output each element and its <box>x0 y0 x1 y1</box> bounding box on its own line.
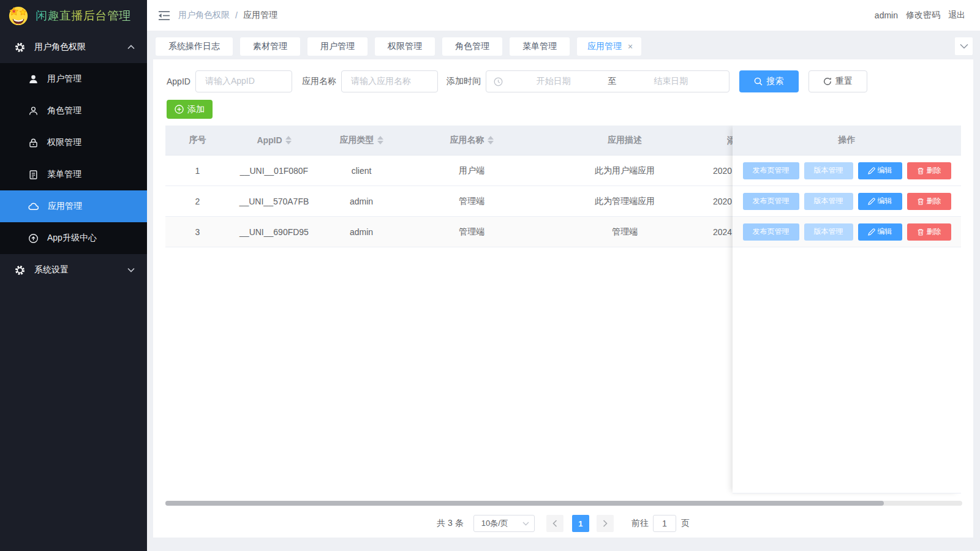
edit-button[interactable]: 编辑 <box>858 162 902 179</box>
breadcrumb-item-current: 应用管理 <box>243 10 277 21</box>
search-button-label: 搜索 <box>766 76 783 87</box>
tab-role-management[interactable]: 角色管理 <box>442 37 502 56</box>
date-range-picker[interactable]: 开始日期 至 结束日期 <box>486 70 729 92</box>
tab-label: 用户管理 <box>320 41 355 52</box>
column-header-name[interactable]: 应用名称 <box>404 126 539 155</box>
sort-caret-icon[interactable] <box>285 136 292 144</box>
next-page-button[interactable] <box>597 515 614 532</box>
sidebar-item-label: App升级中心 <box>47 233 97 244</box>
horizontal-scrollbar[interactable] <box>165 501 962 506</box>
sidebar-item-label: 角色管理 <box>47 105 81 116</box>
tab-user-management[interactable]: 用户管理 <box>307 37 368 56</box>
cell-appid: __UNI__690FD95 <box>230 217 318 247</box>
tab-close-icon[interactable]: × <box>626 42 635 51</box>
app-name-input[interactable]: 请输入应用名称 <box>341 70 438 92</box>
sidebar-item-menu-management[interactable]: 菜单管理 <box>0 159 147 190</box>
column-header-actions: 操作 <box>733 126 961 156</box>
start-date-input[interactable]: 开始日期 <box>503 76 605 87</box>
sidebar-item-user-management[interactable]: 用户管理 <box>0 63 147 95</box>
sidebar-item-permission-management[interactable]: 权限管理 <box>0 127 147 159</box>
edit-pencil-icon <box>868 167 875 174</box>
app-title: 闲趣直播后台管理 <box>36 8 131 24</box>
column-header-type[interactable]: 应用类型 <box>318 126 404 155</box>
reset-button[interactable]: 重置 <box>809 70 867 92</box>
sidebar-item-app-upgrade-center[interactable]: App升级中心 <box>0 222 147 254</box>
sidebar-group-system-settings[interactable]: 系统设置 <box>0 254 147 286</box>
cell-index: 1 <box>165 156 230 186</box>
logout-link[interactable]: 退出 <box>948 10 965 21</box>
user-outline-icon <box>28 106 39 116</box>
content-panel: AppID 请输入AppID 应用名称 请输入应用名称 添加时间 开始日期 至 … <box>153 59 973 538</box>
sort-caret-icon[interactable] <box>377 136 383 144</box>
sidebar-item-app-management[interactable]: 应用管理 <box>0 190 147 222</box>
breadcrumb-item-parent[interactable]: 用户角色权限 <box>178 10 230 21</box>
gear-icon <box>15 42 25 53</box>
sort-caret-icon[interactable] <box>488 136 494 144</box>
version-button[interactable]: 版本管理 <box>804 162 853 179</box>
cell-type: admin <box>318 217 404 247</box>
page-number-1[interactable]: 1 <box>572 515 589 532</box>
current-user[interactable]: admin <box>875 10 898 20</box>
publish-page-button[interactable]: 发布页管理 <box>743 223 799 241</box>
tab-app-management[interactable]: 应用管理 × <box>577 37 641 56</box>
edit-button[interactable]: 编辑 <box>858 223 902 241</box>
delete-button[interactable]: 删除 <box>907 193 951 210</box>
pagination: 共 3 条 10条/页 1 前往 1 页 <box>153 515 973 532</box>
lock-icon <box>28 138 39 148</box>
delete-button[interactable]: 删除 <box>907 223 951 241</box>
publish-page-button[interactable]: 发布页管理 <box>743 193 799 210</box>
chevron-right-icon <box>603 520 608 527</box>
sidebar-group-label: 系统设置 <box>34 264 69 276</box>
version-button[interactable]: 版本管理 <box>804 193 853 210</box>
tab-permission-management[interactable]: 权限管理 <box>375 37 435 56</box>
cell-index: 2 <box>165 186 230 216</box>
chevron-down-icon <box>960 43 968 49</box>
cell-index: 3 <box>165 217 230 247</box>
fixed-actions-column: 操作 发布页管理 版本管理 编辑 删除 发布页管理 版本管理 编辑 删除 <box>733 126 961 493</box>
publish-page-button[interactable]: 发布页管理 <box>743 162 799 179</box>
cell-desc: 此为管理端应用 <box>539 186 710 216</box>
tab-label: 素材管理 <box>253 41 287 52</box>
scrollbar-thumb[interactable] <box>165 501 884 506</box>
appid-placeholder: 请输入AppID <box>205 76 255 87</box>
sidebar-submenu: 用户管理 角色管理 权限管理 菜单管理 <box>0 63 147 254</box>
data-table: 序号 AppID 应用类型 应用名称 应用描述 添加时间 1 __UNI__01… <box>165 126 961 497</box>
edit-pencil-icon <box>868 198 875 205</box>
column-header-appid[interactable]: AppID <box>230 126 318 155</box>
column-header-index: 序号 <box>165 126 230 155</box>
cloud-icon <box>28 201 39 212</box>
tab-material-management[interactable]: 素材管理 <box>240 37 300 56</box>
app-root: 闲趣直播后台管理 用户角色权限 用户管理 <box>0 0 980 551</box>
cell-type: admin <box>318 186 404 216</box>
cell-type: client <box>318 156 404 186</box>
cell-name: 管理端 <box>404 186 539 216</box>
delete-button[interactable]: 删除 <box>907 162 951 179</box>
tab-menu-management[interactable]: 菜单管理 <box>510 37 570 56</box>
sidebar-item-label: 应用管理 <box>48 201 82 212</box>
cell-name: 管理端 <box>404 217 539 247</box>
add-button[interactable]: 添加 <box>167 100 213 119</box>
sidebar-item-role-management[interactable]: 角色管理 <box>0 95 147 127</box>
prev-page-button[interactable] <box>546 515 564 532</box>
page-size-select[interactable]: 10条/页 <box>473 515 535 532</box>
actions-cell: 发布页管理 版本管理 编辑 删除 <box>733 156 961 186</box>
filter-bar: AppID 请输入AppID 应用名称 请输入应用名称 添加时间 开始日期 至 … <box>167 70 867 92</box>
collapse-sidebar-icon[interactable] <box>158 10 170 21</box>
sidebar-group-user-role-permission[interactable]: 用户角色权限 <box>0 31 147 63</box>
app-name-placeholder: 请输入应用名称 <box>351 76 411 87</box>
main-area: 用户角色权限 / 应用管理 admin 修改密码 退出 系统操作日志 素材管理 … <box>147 0 980 551</box>
add-time-label: 添加时间 <box>447 76 481 87</box>
topbar: 用户角色权限 / 应用管理 admin 修改密码 退出 <box>147 0 980 31</box>
version-button[interactable]: 版本管理 <box>804 223 853 241</box>
goto-page-input[interactable]: 1 <box>653 515 676 532</box>
tabs-dropdown-button[interactable] <box>955 37 973 55</box>
edit-button[interactable]: 编辑 <box>858 193 902 210</box>
tab-system-operation-log[interactable]: 系统操作日志 <box>156 37 233 56</box>
appid-input[interactable]: 请输入AppID <box>195 70 292 92</box>
end-date-input[interactable]: 结束日期 <box>620 76 722 87</box>
sidebar-item-label: 权限管理 <box>47 137 81 148</box>
add-button-label: 添加 <box>187 104 205 115</box>
search-button[interactable]: 搜索 <box>739 70 799 92</box>
cell-appid: __UNI__570A7FB <box>230 186 318 216</box>
change-password-link[interactable]: 修改密码 <box>906 10 940 21</box>
